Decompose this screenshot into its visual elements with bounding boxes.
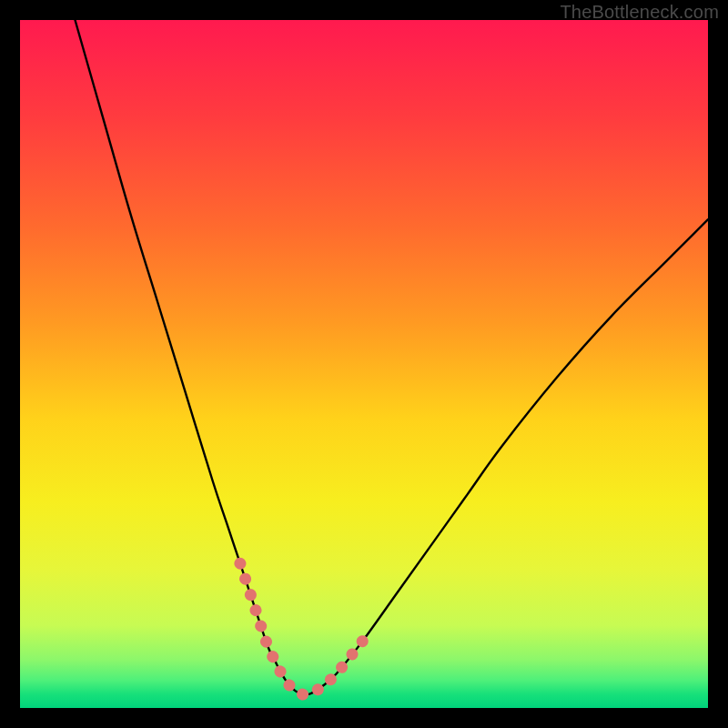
bottleneck-curve xyxy=(76,20,709,694)
plot-area xyxy=(20,20,708,708)
curve-layer xyxy=(20,20,708,708)
bottleneck-curve-accent xyxy=(240,563,364,694)
chart-frame: TheBottleneck.com xyxy=(0,0,728,728)
